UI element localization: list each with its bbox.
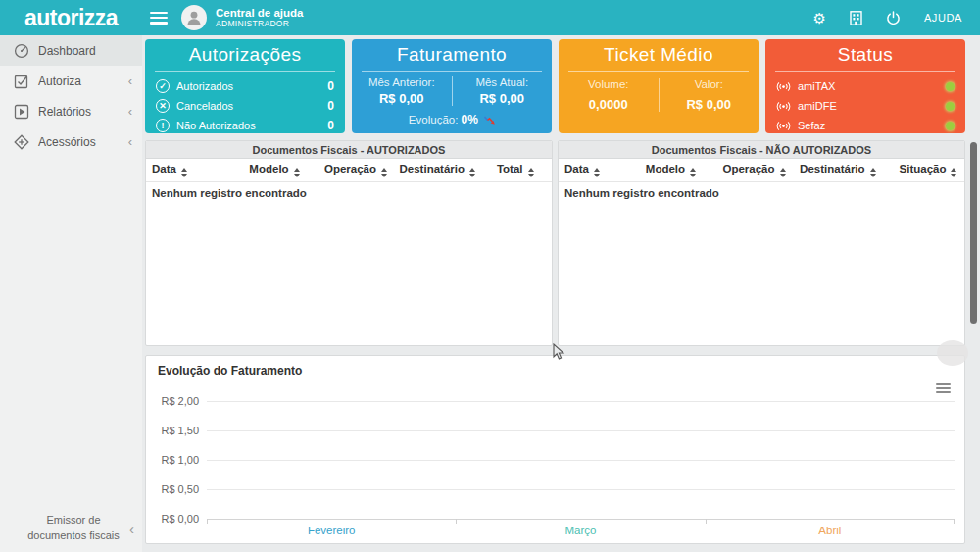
- sidebar-item-dashboard[interactable]: Dashboard: [0, 35, 142, 66]
- user-role: ADMINISTRADOR: [216, 20, 303, 28]
- status-amidfe: amiDFE: [765, 96, 965, 116]
- signal-icon: [776, 81, 791, 92]
- power-icon[interactable]: [886, 11, 901, 25]
- col-modelo[interactable]: Modelo: [640, 159, 717, 182]
- sidebar-item-label: Autoriza: [38, 75, 128, 88]
- gear-icon[interactable]: ⚙: [812, 11, 825, 25]
- sort-icon: [690, 168, 696, 177]
- table-authorized: Documentos Fiscais - AUTORIZADOS Data Mo…: [145, 140, 553, 346]
- col-situacao[interactable]: Situação: [894, 159, 964, 182]
- empty-message: Nenhum registro encontrado: [146, 182, 552, 204]
- sort-icon: [951, 168, 956, 177]
- check-circle-icon: ✓: [156, 79, 170, 93]
- col-operacao[interactable]: Operação: [716, 159, 794, 182]
- evolucao: Evolução: 0%: [352, 113, 552, 126]
- check-square-icon: [13, 73, 29, 89]
- user-info[interactable]: Central de ajuda ADMINISTRADOR: [216, 7, 303, 28]
- table-title: Documentos Fiscais - AUTORIZADOS: [146, 141, 552, 159]
- trend-down-icon: [484, 116, 495, 125]
- status-online-dot: [946, 102, 955, 111]
- sidebar: Dashboard Autoriza ‹ Relatórios ‹ Acessó…: [0, 35, 142, 552]
- sort-icon: [594, 168, 600, 177]
- card-faturamento: Faturamento Mês Anterior: R$ 0,00 Mês At…: [352, 39, 552, 133]
- sidebar-item-label: Dashboard: [38, 44, 132, 58]
- chevron-left-icon: ‹: [129, 521, 134, 537]
- card-autorizacoes: Autorizações ✓ Autorizados 0 ✕ Cancelado…: [145, 39, 345, 133]
- person-icon: [184, 8, 204, 27]
- col-data[interactable]: Data: [146, 159, 243, 182]
- status-online-dot: [946, 122, 955, 130]
- plot-area: [207, 401, 955, 519]
- mes-atual: Mês Atual: R$ 0,00: [452, 76, 553, 106]
- sidebar-item-relatorios[interactable]: Relatórios ‹: [0, 96, 142, 126]
- xtick-marco: Março: [456, 525, 705, 536]
- table-not-authorized: Documentos Fiscais - NÃO AUTORIZADOS Dat…: [558, 140, 965, 346]
- col-data[interactable]: Data: [559, 159, 640, 182]
- x-circle-icon: ✕: [156, 99, 170, 113]
- ytick: R$ 1,00: [156, 453, 199, 467]
- chart-evolucao-faturamento: Evolução do Faturamento R$ 2,00 R$ 1,50 …: [145, 355, 965, 544]
- sort-icon: [780, 168, 786, 177]
- sort-icon: [381, 168, 387, 177]
- gauge-icon: [13, 42, 29, 59]
- card-title: Status: [765, 39, 965, 66]
- document-tables: Documentos Fiscais - AUTORIZADOS Data Mo…: [145, 140, 965, 346]
- ytick: R$ 0,50: [156, 482, 199, 496]
- signal-icon: [776, 101, 791, 112]
- col-total[interactable]: Total: [491, 159, 552, 182]
- cancelados-count: 0: [327, 99, 334, 113]
- floating-button: [937, 340, 968, 366]
- col-destinatario[interactable]: Destinatário: [394, 159, 491, 182]
- menu-icon[interactable]: [150, 12, 168, 25]
- nao-autorizados-count: 0: [327, 119, 334, 132]
- x-axis-labels: Fevereiro Março Abril: [207, 525, 955, 536]
- autorizados-count: 0: [327, 79, 334, 93]
- main-content: Autorizações ✓ Autorizados 0 ✕ Cancelado…: [142, 35, 968, 552]
- summary-cards: Autorizações ✓ Autorizados 0 ✕ Cancelado…: [145, 39, 965, 133]
- chevron-left-icon: ‹: [128, 104, 132, 119]
- user-avatar[interactable]: [181, 5, 207, 30]
- sidebar-footer-line2: documentos fiscais: [27, 529, 120, 541]
- ytick: R$ 1,50: [156, 424, 199, 437]
- col-modelo[interactable]: Modelo: [243, 159, 318, 182]
- sidebar-footer-line1: Emissor de: [46, 514, 100, 526]
- table-title: Documentos Fiscais - NÃO AUTORIZADOS: [559, 141, 964, 159]
- help-center-label: Central de ajuda: [216, 7, 303, 20]
- exclamation-circle-icon: !: [156, 119, 170, 132]
- card-title: Autorizações: [145, 39, 345, 66]
- sidebar-item-acessorios[interactable]: Acessórios ‹: [0, 126, 142, 157]
- nao-autorizados-row: ! Não Autorizados 0: [145, 116, 345, 133]
- mouse-cursor: [553, 343, 564, 361]
- sort-icon: [469, 168, 475, 177]
- sidebar-item-autoriza[interactable]: Autoriza ‹: [0, 66, 142, 96]
- col-operacao[interactable]: Operação: [318, 159, 394, 182]
- status-amitax: amiTAX: [765, 76, 965, 96]
- sort-icon: [870, 168, 876, 177]
- signal-icon: [776, 121, 791, 131]
- status-sefaz: Sefaz: [765, 116, 965, 133]
- autorizados-row: ✓ Autorizados 0: [145, 76, 345, 96]
- help-link[interactable]: AJUDA: [924, 12, 962, 24]
- sort-icon: [294, 168, 300, 177]
- chart-title: Evolução do Faturamento: [158, 364, 302, 377]
- play-square-icon: [13, 103, 29, 120]
- vertical-scrollbar[interactable]: [970, 142, 977, 324]
- ytick: R$ 0,00: [156, 512, 199, 526]
- sort-icon: [181, 168, 187, 177]
- cancelados-row: ✕ Cancelados 0: [145, 96, 345, 116]
- empty-message: Nenhum registro encontrado: [559, 182, 964, 204]
- sort-icon: [528, 168, 534, 177]
- chevron-left-icon: ‹: [128, 74, 132, 88]
- card-title: Faturamento: [352, 39, 552, 66]
- ticket-volume: Volume: 0,0000: [559, 78, 659, 112]
- chart-menu-icon[interactable]: [936, 383, 951, 395]
- top-bar: autorizza Central de ajuda ADMINISTRADOR…: [0, 0, 980, 35]
- sidebar-item-label: Acessórios: [38, 135, 128, 149]
- sidebar-collapse[interactable]: Emissor de documentos fiscais ‹: [0, 513, 142, 544]
- diamond-plus-icon: [13, 133, 29, 150]
- card-status: Status amiTAX: [765, 39, 965, 133]
- sidebar-item-label: Relatórios: [38, 105, 128, 119]
- building-icon[interactable]: [850, 11, 862, 25]
- card-ticket-medio: Ticket Médio Volume: 0,0000 Valor: R$ 0,…: [559, 39, 759, 133]
- col-destinatario[interactable]: Destinatário: [794, 159, 893, 182]
